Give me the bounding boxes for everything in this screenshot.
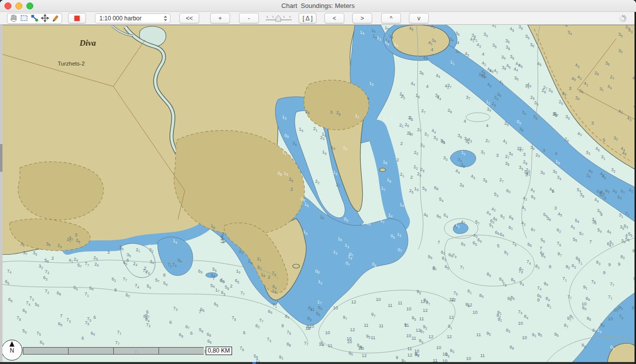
zoom-in-button[interactable]: + [210,13,230,23]
delta-button[interactable]: [ Δ ] [299,13,317,23]
back-button[interactable]: << [179,13,199,23]
svg-text:11: 11 [411,336,416,341]
chart-scale-select[interactable]: 1:10 000 harbor [95,13,170,23]
selection-rect-icon [20,14,28,22]
edit-pencil-tool[interactable] [50,14,61,23]
svg-text:7: 7 [438,240,440,245]
compass-rose: N [1,340,22,361]
measure-line-icon [30,14,39,22]
scale-segment [68,347,113,355]
svg-text:8: 8 [114,288,117,292]
svg-text:4: 4 [555,151,557,156]
svg-text:8: 8 [549,264,552,269]
svg-text:10: 10 [522,335,527,340]
svg-text:5: 5 [552,189,555,194]
svg-text:6: 6 [169,320,172,325]
svg-text:10: 10 [466,356,471,361]
svg-text:11: 11 [398,300,402,305]
svg-text:12: 12 [423,308,428,313]
move-tool[interactable] [40,14,50,23]
scale-bar: 0,80 KM [23,347,232,355]
svg-text:11: 11 [364,323,368,328]
red-square-icon [74,15,80,21]
detail-slider[interactable] [265,14,293,23]
svg-text:11: 11 [480,353,484,358]
svg-text:4: 4 [457,40,459,45]
scale-segment [159,347,204,355]
svg-text:9: 9 [608,262,611,267]
svg-text:2: 2 [291,187,293,192]
chart-map[interactable]: 4639413636437364145424536343845383636354… [0,25,636,364]
svg-text:3: 3 [330,110,332,115]
scale-segment [23,347,68,355]
tool-group [7,13,62,24]
svg-text:3: 3 [543,148,545,153]
svg-text:4: 4 [464,119,466,124]
left-scrollbar[interactable] [0,25,2,364]
svg-text:12: 12 [449,297,454,302]
svg-text:11: 11 [477,332,481,337]
svg-text:11: 11 [306,326,310,331]
left-scrollbar-thumb[interactable] [0,144,2,172]
svg-text:4: 4 [431,47,433,52]
north-arrow-icon [9,341,14,347]
svg-text:10: 10 [608,316,613,321]
svg-text:6: 6 [93,315,96,320]
svg-text:2: 2 [268,275,270,280]
app-window: Chart Soundings: Meters [0,0,636,364]
pan-down-button[interactable]: v [409,13,429,23]
svg-text:2: 2 [230,284,233,289]
stop-button[interactable] [68,13,86,23]
svg-text:12: 12 [407,353,412,358]
svg-text:2: 2 [52,256,54,261]
measure-tool[interactable] [29,14,40,23]
select-chevrons-icon [163,15,168,22]
svg-text:5: 5 [497,243,499,248]
svg-text:5: 5 [603,138,605,143]
pan-up-button[interactable]: ^ [381,13,401,23]
bottom-scrollbar[interactable] [0,362,636,364]
hand-icon [9,14,18,22]
slider-icon [265,14,293,23]
svg-text:12: 12 [362,353,367,358]
svg-text:2: 2 [144,266,147,271]
svg-text:6: 6 [190,331,193,336]
bottom-scrollbar-marker [252,362,256,364]
svg-text:7: 7 [589,239,592,244]
svg-text:12: 12 [416,328,421,333]
svg-text:10: 10 [347,339,352,344]
svg-text:12: 12 [447,334,452,339]
svg-text:10: 10 [473,310,477,315]
svg-text:9: 9 [603,270,606,275]
zoom-out-button[interactable]: - [239,13,259,23]
svg-text:3: 3 [496,153,498,158]
svg-text:3: 3 [591,121,594,126]
svg-text:10: 10 [325,330,330,335]
svg-text:9: 9 [396,355,398,360]
svg-text:4: 4 [482,52,484,57]
scale-bar-label: 0,80 KM [206,347,232,355]
svg-text:11: 11 [328,343,332,348]
svg-text:4: 4 [565,25,567,28]
svg-text:10: 10 [518,321,523,326]
svg-text:11: 11 [310,307,315,312]
svg-text:11: 11 [371,335,375,340]
chart-scale-value: 1:10 000 harbor [99,15,163,22]
svg-text:4: 4 [604,196,606,201]
svg-text:1: 1 [392,102,395,107]
select-rect-tool[interactable] [19,14,29,23]
pan-hand-tool[interactable] [8,14,19,23]
svg-text:2: 2 [397,157,399,162]
svg-text:11: 11 [379,323,384,328]
svg-text:12: 12 [449,315,454,320]
svg-text:6: 6 [81,336,84,341]
toolbar: 1:10 000 harbor << + - [ Δ ] < > ^ v [0,12,636,25]
svg-text:7: 7 [60,313,63,318]
pencil-icon [51,14,60,22]
svg-text:10: 10 [333,305,338,310]
pan-right-button[interactable]: > [352,13,372,23]
title-bar: Chart Soundings: Meters [0,0,636,12]
pan-left-button[interactable]: < [324,13,344,23]
svg-text:2: 2 [400,141,403,146]
svg-text:2: 2 [410,175,413,180]
